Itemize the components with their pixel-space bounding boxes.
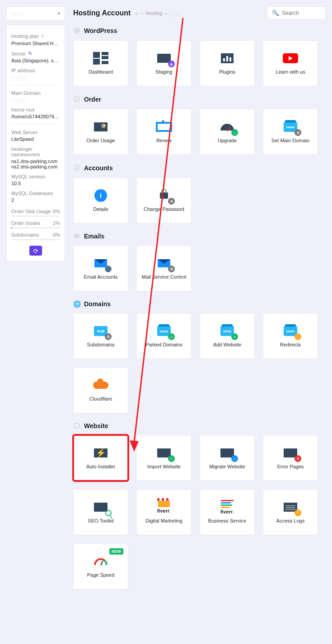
card-import-website[interactable]: ↑Import Website	[136, 435, 192, 481]
envelope-icon	[158, 259, 170, 267]
hosting-plan-label: Hosting plan	[11, 33, 39, 39]
home-icon[interactable]: ⌂	[135, 10, 138, 16]
cloudflare-icon	[93, 382, 108, 389]
ip-value: ———	[11, 75, 60, 80]
card-plugins[interactable]: Plugins	[200, 40, 255, 86]
card-renew[interactable]: Renew	[136, 109, 192, 155]
gear-badge-icon: ⚙	[295, 129, 301, 136]
x-badge-icon: ✕	[295, 455, 301, 462]
speedometer-icon	[94, 558, 108, 565]
inodes-label: Order Inodes	[11, 220, 40, 226]
card-subdomains[interactable]: SUB⚙Subdomains	[73, 313, 128, 359]
bc-domain: ——	[170, 10, 180, 16]
card-business-service[interactable]: fiverr.Business Service	[200, 489, 255, 535]
check-badge-icon: ✓	[168, 333, 175, 340]
card-add-website[interactable]: www+Add Website	[200, 313, 255, 359]
mysql-db-label: MySQL Databases	[11, 191, 60, 196]
bars-icon	[221, 53, 234, 63]
card-migrate-website[interactable]: →Migrate Website	[200, 435, 255, 481]
fiverr-icon: fiverr.	[157, 508, 171, 513]
section-title-accounts: Accounts	[84, 164, 113, 172]
mail-section-icon: ✉	[73, 233, 80, 240]
card-page-speed[interactable]: NEWPage Speed	[73, 543, 128, 589]
card-seo-toolkit[interactable]: SEO Toolkit	[73, 489, 128, 535]
right-badge-icon: →	[231, 455, 238, 462]
inodes-bar	[11, 227, 60, 229]
section-title-wordpress: WordPress	[84, 27, 117, 34]
card-staging[interactable]: ◈Staging	[136, 40, 192, 86]
card-set-main-domain[interactable]: www⚙Set Main Domain	[263, 109, 318, 155]
card-email-accounts[interactable]: 👤Email Accounts	[73, 245, 128, 291]
domain-selector-value: ——	[11, 10, 23, 17]
key-badge-icon: 🔑	[295, 509, 301, 516]
arrow-badge-icon: →	[295, 333, 301, 340]
disk-usage-pct: 0%	[53, 209, 60, 214]
youtube-icon	[283, 53, 298, 63]
web-server-label: Web Server	[11, 130, 60, 135]
monitor-section-icon: 🖵	[73, 422, 80, 429]
disk-usage-bar	[11, 215, 60, 217]
refresh-icon: ⟳	[33, 247, 38, 254]
subdomains-label: Subdomains	[11, 232, 39, 238]
card-parked-domains[interactable]: www✓Parked Domains	[136, 313, 192, 359]
wordpress-icon: ⓦ	[73, 27, 80, 35]
card-change-password[interactable]: ⚙Change Password	[136, 177, 192, 224]
card-cloudflare[interactable]: Cloudflare	[73, 367, 128, 413]
lines-icon	[221, 500, 234, 508]
card-auto-installer[interactable]: Auto Installer	[73, 435, 128, 481]
server-label: Server	[11, 51, 26, 56]
card-dashboard[interactable]: Dashboard	[73, 40, 128, 86]
info-circle-icon: i	[94, 189, 107, 202]
search-box[interactable]: 🔍	[267, 6, 326, 19]
server-value: Asia (Singapore), server...	[11, 58, 60, 63]
upgrade-arrow-icon[interactable]: ↑	[41, 33, 44, 39]
user-badge-icon: 👤	[105, 266, 112, 272]
gear-badge-icon: ⚙	[168, 198, 175, 205]
info-icon: ⓘ	[73, 95, 80, 103]
card-redirects[interactable]: www→Redirects	[263, 313, 318, 359]
card-error-pages[interactable]: ✕Error Pages	[263, 435, 318, 481]
gear-badge-icon: ⚙	[168, 266, 175, 272]
web-server-value: LiteSpeed	[11, 136, 60, 142]
bolt-icon	[94, 448, 108, 457]
mysql-db-value: 2	[11, 197, 60, 203]
breadcrumb: ⌂ – Hosting – ——	[135, 10, 179, 16]
section-title-emails: Emails	[84, 233, 104, 240]
ns1-value: ns1.dns-parking.com	[11, 159, 60, 164]
card-digital-marketing[interactable]: fiverr.Digital Marketing	[136, 489, 192, 535]
gauge-icon	[220, 124, 234, 131]
dashboard-icon	[93, 52, 108, 65]
page-title: Hosting Account	[73, 9, 131, 17]
ns2-value: ns2.dns-parking.com	[11, 164, 60, 169]
refresh-button[interactable]: ⟳	[29, 246, 42, 256]
up-badge-icon: ↑	[231, 129, 238, 136]
fiverr-icon: fiverr.	[220, 509, 234, 514]
edit-server-icon[interactable]: ✎	[28, 51, 32, 56]
disk-usage-label: Order Disk Usage	[11, 209, 51, 214]
section-title-website: Website	[84, 422, 108, 429]
nameservers-label: Hostinger nameservers	[11, 146, 60, 157]
pie-monitor-icon	[94, 122, 108, 131]
domain-selector[interactable]: —— ▾	[6, 6, 65, 20]
gear-badge-icon: ⚙	[105, 333, 112, 340]
new-badge: NEW	[109, 548, 123, 555]
card-mail-service[interactable]: ⚙Mail Service Control	[136, 245, 192, 291]
card-details[interactable]: iDetails	[73, 177, 128, 224]
search-icon: 🔍	[272, 9, 279, 16]
card-access-logs[interactable]: 🔑Access Logs	[263, 489, 318, 535]
inodes-pct: 2%	[53, 220, 60, 226]
plus-badge-icon: +	[231, 333, 238, 340]
magnifier-badge-icon	[105, 510, 112, 516]
bc-hosting[interactable]: Hosting	[145, 10, 162, 16]
search-input[interactable]	[282, 10, 321, 16]
card-learn[interactable]: Learn with us	[263, 40, 318, 86]
mysql-ver-value: 10.5	[11, 181, 60, 186]
card-upgrade[interactable]: ↑Upgrade	[200, 109, 255, 155]
card-order-usage[interactable]: Order Usage	[73, 109, 128, 155]
mysql-ver-label: MySQL version	[11, 174, 60, 179]
section-title-order: Order	[84, 96, 101, 103]
hosting-plan-value: Premium Shared Hosting	[11, 41, 60, 46]
main-domain-label: Main Domain	[11, 90, 60, 96]
subdomains-bar	[11, 239, 60, 240]
layers-badge-icon: ◈	[168, 61, 175, 67]
